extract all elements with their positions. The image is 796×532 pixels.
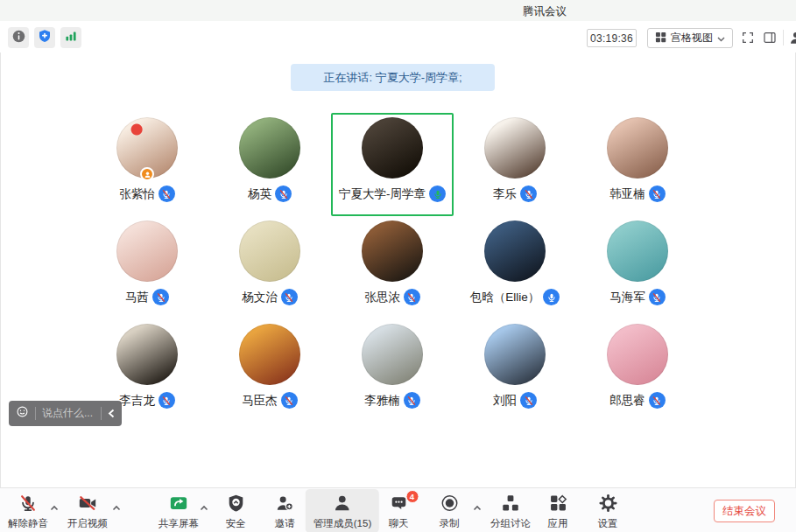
- avatar: [607, 117, 668, 178]
- toolbar-item-label: 分组讨论: [490, 517, 531, 530]
- participant-cell[interactable]: 杨英: [208, 113, 331, 216]
- participant-cell[interactable]: 宁夏大学-周学章: [331, 113, 454, 216]
- participant-cell[interactable]: 马茜: [86, 216, 208, 319]
- avatar: [484, 220, 546, 282]
- toolbar-share-screen[interactable]: 共享屏幕: [158, 493, 199, 530]
- chevron-up-icon[interactable]: [112, 499, 121, 514]
- chat-quickbar[interactable]: 说点什么...: [9, 401, 122, 426]
- participant-name-row: 李吉龙: [119, 392, 175, 409]
- participant-name: 杨文治: [242, 290, 278, 305]
- network-signal-button[interactable]: [60, 27, 81, 48]
- fullscreen-button[interactable]: [740, 30, 756, 46]
- participant-name-row: 宁夏大学-周学章: [339, 186, 446, 202]
- mic-status-icon[interactable]: [649, 392, 666, 409]
- toolbar-item-label: 应用: [548, 517, 568, 530]
- chat-icon: 4: [389, 493, 408, 514]
- side-panel-button[interactable]: [762, 30, 778, 46]
- mic-status-icon[interactable]: [404, 392, 420, 409]
- participant-cell[interactable]: 包晗（Ellie）: [454, 216, 576, 319]
- mic-status-icon[interactable]: [158, 186, 175, 202]
- chat-unread-badge: 4: [405, 490, 419, 503]
- host-badge-icon: [140, 167, 154, 181]
- meeting-window: 腾讯会议 03:19:36: [0, 0, 796, 532]
- mic-status-icon[interactable]: [520, 392, 537, 409]
- collapse-chevron-left-icon[interactable]: [108, 406, 115, 422]
- participant-cell[interactable]: 马海军: [576, 216, 699, 319]
- layout-view-button[interactable]: 宫格视图: [647, 28, 733, 48]
- toolbar-settings-gear[interactable]: 设置: [598, 493, 618, 530]
- avatar: [484, 324, 546, 385]
- participant-cell[interactable]: 杨文治: [208, 216, 331, 319]
- meeting-timer: 03:19:36: [587, 29, 637, 47]
- toolbar-mic-muted[interactable]: 解除静音: [8, 493, 48, 530]
- participant-cell[interactable]: 郎思睿: [576, 319, 699, 423]
- participant-name-row: 杨文治: [242, 289, 298, 305]
- toolbar-members[interactable]: 管理成员(15): [306, 489, 379, 532]
- speaking-banner: 正在讲话: 宁夏大学-周学章;: [291, 64, 495, 91]
- participant-name-row: 李乐: [493, 186, 537, 202]
- toolbar-item-label: 开启视频: [67, 517, 108, 530]
- participants-panel-icon[interactable]: [788, 30, 796, 46]
- mic-status-icon[interactable]: [281, 392, 298, 409]
- toolbar-item-label: 安全: [226, 517, 246, 530]
- mic-status-icon[interactable]: [158, 392, 175, 409]
- participant-cell[interactable]: 刘阳: [454, 319, 576, 423]
- toolbar-security-shield[interactable]: 安全: [226, 493, 246, 530]
- participant-name: 马海军: [609, 290, 645, 305]
- mic-status-icon[interactable]: [404, 289, 420, 305]
- participant-cell[interactable]: 韩亚楠: [576, 113, 699, 216]
- mic-status-icon[interactable]: [520, 186, 537, 202]
- emoji-icon[interactable]: [16, 405, 29, 422]
- view-label: 宫格视图: [671, 31, 713, 46]
- chevron-up-icon[interactable]: [50, 499, 59, 514]
- toolbar-breakout[interactable]: 分组讨论: [490, 493, 531, 530]
- mic-status-icon[interactable]: [649, 289, 666, 305]
- toolbar-record[interactable]: 录制: [440, 493, 460, 530]
- participant-cell[interactable]: 马臣杰: [208, 319, 331, 423]
- participant-name-row: 韩亚楠: [609, 186, 666, 202]
- participant-cell[interactable]: 李雅楠: [331, 319, 454, 423]
- mic-status-icon[interactable]: [429, 186, 446, 202]
- participant-name-row: 马茜: [125, 289, 169, 305]
- participant-name-row: 李雅楠: [364, 392, 420, 409]
- participant-grid: 张紫怡杨英宁夏大学-周学章李乐韩亚楠马茜杨文治张思浓包晗（Ellie）马海军李吉…: [86, 113, 699, 423]
- participant-name: 张紫怡: [119, 186, 155, 202]
- participant-name: 李吉龙: [119, 393, 155, 409]
- participant-cell[interactable]: 张思浓: [331, 216, 454, 319]
- participant-cell[interactable]: 张紫怡: [86, 113, 208, 216]
- chevron-up-icon[interactable]: [200, 499, 208, 514]
- toolbar-camera-off[interactable]: 开启视频: [67, 493, 108, 530]
- toolbar-apps[interactable]: 应用: [548, 493, 568, 530]
- meeting-info-button[interactable]: [8, 27, 29, 48]
- participant-name-row: 杨英: [248, 186, 292, 202]
- mic-status-icon[interactable]: [275, 186, 292, 202]
- toolbar-item-label: 管理成员(15): [313, 517, 371, 530]
- security-shield-icon: [226, 493, 245, 514]
- settings-gear-icon: [598, 493, 617, 514]
- mic-status-icon[interactable]: [281, 289, 298, 305]
- toolbar-invite[interactable]: 邀请: [275, 493, 295, 530]
- avatar: [484, 117, 546, 178]
- mic-muted-icon: [18, 493, 38, 514]
- avatar: [362, 117, 423, 178]
- toolbar-item-label: 邀请: [275, 517, 295, 530]
- avatar: [362, 324, 423, 385]
- participant-name-row: 郎思睿: [609, 392, 666, 409]
- chatbar-divider: [101, 407, 102, 420]
- participant-name-row: 张紫怡: [119, 186, 175, 202]
- avatar: [239, 220, 300, 282]
- shield-protect-icon: [38, 29, 52, 46]
- share-screen-icon: [168, 493, 189, 514]
- end-meeting-button[interactable]: 结束会议: [714, 500, 775, 522]
- shield-protect-button[interactable]: [34, 27, 55, 48]
- mic-status-icon[interactable]: [152, 289, 169, 305]
- participant-cell[interactable]: 李乐: [454, 113, 576, 216]
- chat-input-placeholder[interactable]: 说点什么...: [42, 406, 95, 421]
- mic-status-icon[interactable]: [543, 289, 560, 305]
- participant-name: 韩亚楠: [609, 186, 645, 202]
- meeting-info-icon: [11, 29, 26, 47]
- breakout-icon: [501, 493, 520, 514]
- toolbar-chat[interactable]: 4聊天: [389, 493, 409, 530]
- mic-status-icon[interactable]: [649, 186, 666, 202]
- chevron-up-icon[interactable]: [473, 499, 482, 514]
